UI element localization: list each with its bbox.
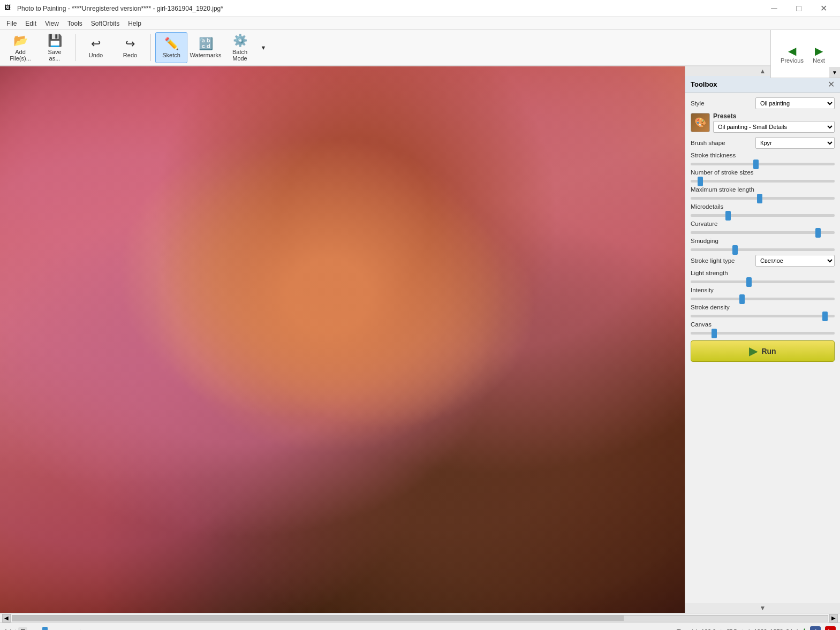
undo-button[interactable]: ↩ Undo [80,32,112,63]
presets-select[interactable]: Oil painting - Small Details [713,121,835,133]
menu-file[interactable]: File [2,19,21,28]
add-files-button[interactable]: 📂 Add File(s)... [4,32,36,63]
add-files-label: Add File(s)... [10,49,31,62]
info-icon[interactable]: ℹ [803,627,806,631]
status-bar: 1:1 | ⊞ - + Time (s): 182.9 | JPG | ( 19… [0,623,840,630]
close-button[interactable]: ✕ [811,0,836,17]
add-files-icon: 📂 [13,34,28,48]
preset-icon: 🎨 [691,113,710,132]
microdetails-row: Microdetails [691,203,835,218]
status-divider-3: | [742,628,744,631]
stroke-light-type-select[interactable]: Светлое [755,255,835,267]
horizontal-scroll-thumb[interactable] [12,616,624,621]
previous-icon: ◀ [788,44,796,57]
toolbox-scroll-down[interactable]: ▼ [685,603,840,613]
status-left: 1:1 | ⊞ - + [4,627,672,630]
style-select[interactable]: Oil painting [755,97,835,109]
toolbar-separator-2 [150,34,151,61]
canvas-row: Canvas [691,321,835,336]
nav-area: ◀ Previous ▶ Next ▼ [770,30,840,78]
presets-right: Presets Oil painting - Small Details [713,112,835,133]
menu-view[interactable]: View [41,19,63,28]
toolbar: 📂 Add File(s)... 💾 Save as... ↩ Undo ↪ R… [0,30,840,66]
watermarks-label: Watermarks [190,52,222,58]
image-format: JPG [726,628,737,631]
more-button[interactable]: ▼ [258,32,269,63]
intensity-label: Intensity [691,287,835,293]
menu-edit[interactable]: Edit [21,19,41,28]
style-row: Style Oil painting [691,97,835,109]
redo-button[interactable]: ↪ Redo [114,32,146,63]
facebook-icon[interactable]: f [810,626,821,631]
save-as-button[interactable]: 💾 Save as... [39,32,71,63]
next-icon: ▶ [815,44,823,57]
image-area [0,66,685,613]
app-icon: 🖼 [4,4,14,13]
nav-down-arrow[interactable]: ▼ [829,67,840,78]
zoom-level: 1:1 [4,628,12,631]
previous-label: Previous [781,57,804,64]
minimize-button[interactable]: ─ [762,0,786,17]
max-stroke-length-row: Maximum stroke length [691,186,835,201]
menu-help[interactable]: Help [124,19,146,28]
canvas-label: Canvas [691,321,835,328]
image-dims-value: 1920x1278x24 [754,628,792,631]
brush-shape-label: Brush shape [691,140,752,146]
next-button[interactable]: ▶ Next [806,27,833,81]
more-icon: ▼ [261,44,267,51]
menu-softorbits[interactable]: SoftOrbits [87,19,124,28]
status-divider-2: | [720,628,722,631]
run-button[interactable]: ▶ Run [691,340,835,362]
presets-label: Presets [713,112,835,120]
run-label: Run [761,347,776,355]
stroke-light-type-row: Stroke light type Светлое [691,255,835,267]
painting-canvas [0,66,685,613]
save-icon: 💾 [48,34,62,48]
next-label: Next [813,57,825,64]
sketch-label: Sketch [162,52,180,58]
smudging-slider[interactable] [691,248,835,251]
maximize-button[interactable]: □ [786,0,811,17]
curvature-slider[interactable] [691,231,835,234]
intensity-row: Intensity [691,287,835,302]
batch-mode-button[interactable]: ⚙️ Batch Mode [224,32,256,63]
curvature-label: Curvature [691,221,835,227]
watermarks-button[interactable]: 🔡 Watermarks [190,32,222,63]
canvas-slider[interactable] [691,332,835,335]
max-stroke-length-label: Maximum stroke length [691,186,835,193]
zoom-fit-button[interactable]: ⊞ [18,627,27,630]
horizontal-scrollbar-area: ◀ ▶ [0,613,840,623]
menu-tools[interactable]: Tools [63,19,87,28]
youtube-icon[interactable]: ▶ [825,626,836,631]
intensity-slider[interactable] [691,298,835,300]
curvature-row: Curvature [691,221,835,236]
previous-button[interactable]: ◀ Previous [779,27,806,81]
stroke-thickness-slider[interactable] [691,163,835,165]
smudging-row: Smudging [691,238,835,253]
stroke-thickness-label: Stroke thickness [691,152,835,158]
scroll-left-button[interactable]: ◀ [2,614,11,623]
horizontal-scroll-track[interactable] [12,615,828,621]
sketch-icon: ✏️ [164,37,179,51]
title-bar: 🖼 Photo to Painting - ****Unregistered v… [0,0,840,17]
toolbox-close-button[interactable]: ✕ [828,79,835,89]
smudging-label: Smudging [691,238,835,244]
stroke-density-slider[interactable] [691,315,835,317]
redo-icon: ↪ [125,37,135,51]
num-stroke-sizes-slider[interactable] [691,180,835,183]
undo-icon: ↩ [91,37,101,51]
toolbar-separator-1 [75,34,75,61]
brush-shape-select[interactable]: Круг [755,137,835,149]
scroll-right-button[interactable]: ▶ [829,614,838,623]
microdetails-label: Microdetails [691,203,835,210]
redo-label: Redo [123,52,137,58]
batch-label: Batch Mode [232,49,247,62]
max-stroke-length-slider[interactable] [691,197,835,200]
light-strength-slider[interactable] [691,280,835,283]
sketch-button[interactable]: ✏️ Sketch [155,32,187,63]
microdetails-slider[interactable] [691,214,835,217]
num-stroke-sizes-row: Number of stroke sizes [691,169,835,184]
status-right: Time (s): 182.9 | JPG | ( 1920x1278x24 )… [677,626,836,631]
presets-row: 🎨 Presets Oil painting - Small Details [691,112,835,133]
menu-bar: File Edit View Tools SoftOrbits Help [0,17,840,30]
